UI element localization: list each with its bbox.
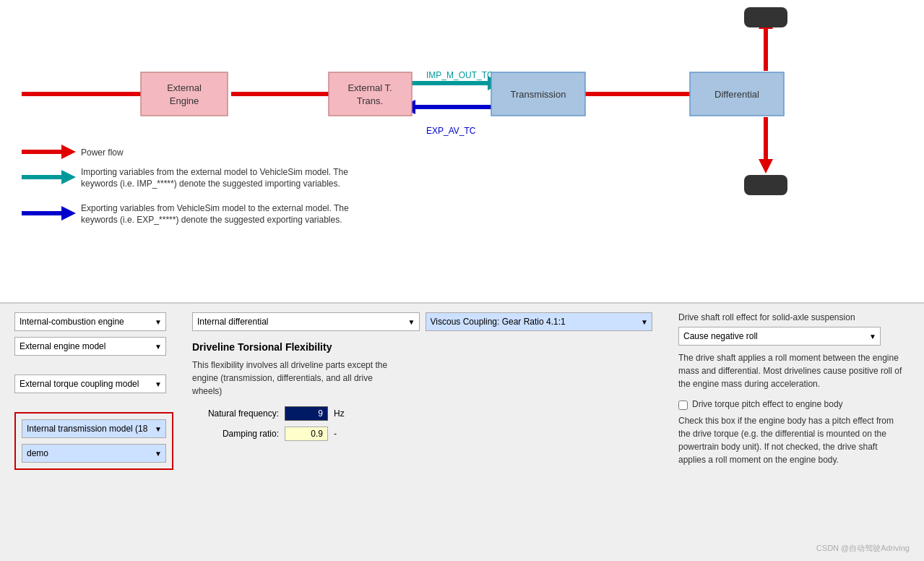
drive-shaft-desc: The drive shaft applies a roll moment be… bbox=[678, 351, 902, 390]
diagram-area: IMP_M_OUT_TC EXP_AV_TC External Engine E… bbox=[0, 0, 924, 304]
torque-coupling-wrapper[interactable]: External torque coupling model ▼ bbox=[14, 374, 166, 393]
damping-ratio-unit: - bbox=[334, 429, 337, 439]
natural-freq-unit: Hz bbox=[334, 408, 345, 419]
svg-text:Importing variables from the e: Importing variables from the external mo… bbox=[81, 167, 348, 177]
svg-text:External T.: External T. bbox=[347, 82, 392, 93]
svg-text:Exporting variables from Vehic: Exporting variables from VehicleSim mode… bbox=[81, 203, 349, 213]
left-panel: Internal-combustion engine ▼ External en… bbox=[14, 312, 173, 552]
pitch-checkbox[interactable] bbox=[678, 401, 688, 410]
svg-text:Engine: Engine bbox=[170, 95, 199, 106]
svg-text:Trans.: Trans. bbox=[357, 95, 383, 106]
damping-ratio-row: Damping ratio: - bbox=[192, 427, 652, 441]
svg-text:Differential: Differential bbox=[714, 89, 759, 100]
svg-text:IMP_M_OUT_TC: IMP_M_OUT_TC bbox=[426, 70, 493, 80]
svg-rect-17 bbox=[744, 175, 787, 195]
engine-model-wrapper[interactable]: External engine model ▼ bbox=[14, 337, 166, 356]
watermark: CSDN @自动驾驶Adriving bbox=[816, 543, 910, 554]
svg-text:Power flow: Power flow bbox=[81, 147, 124, 158]
torsional-title: Driveline Torsional Flexibility bbox=[192, 341, 652, 353]
transmission-model-wrapper[interactable]: Internal transmission model (18 gears) ▼ bbox=[22, 419, 166, 438]
torsional-desc: This flexibility involves all driveline … bbox=[192, 359, 652, 398]
svg-rect-21 bbox=[329, 72, 412, 116]
natural-freq-input[interactable] bbox=[285, 406, 328, 421]
middle-panel: Internal differential ▼ Viscous Coupling… bbox=[185, 312, 660, 552]
right-panel: Drive shaft roll effect for solid-axle s… bbox=[671, 312, 910, 552]
drive-shaft-dropdown-wrapper[interactable]: Cause negative roll ▼ bbox=[678, 327, 881, 346]
svg-text:EXP_AV_TC: EXP_AV_TC bbox=[426, 126, 476, 136]
drive-shaft-title: Drive shaft roll effect for solid-axle s… bbox=[678, 312, 902, 322]
torque-coupling-select[interactable]: External torque coupling model bbox=[14, 374, 166, 393]
differential-type-select[interactable]: Internal differential bbox=[192, 312, 420, 331]
svg-text:keywords (i.e. EXP_*****) deno: keywords (i.e. EXP_*****) denote the sug… bbox=[81, 215, 342, 225]
svg-marker-32 bbox=[61, 170, 76, 184]
viscous-coupling-select[interactable]: Viscous Coupling: Gear Ratio 4.1:1 bbox=[426, 312, 653, 331]
svg-rect-18 bbox=[141, 72, 228, 116]
transmission-demo-select[interactable]: demo bbox=[22, 444, 166, 463]
damping-ratio-input[interactable] bbox=[285, 427, 328, 441]
engine-type-wrapper[interactable]: Internal-combustion engine ▼ bbox=[14, 312, 166, 331]
svg-marker-13 bbox=[759, 159, 773, 174]
drive-shaft-select[interactable]: Cause negative roll bbox=[678, 327, 881, 346]
pitch-checkbox-row: Drive torque pitch effect to engine body bbox=[678, 399, 902, 410]
viscous-coupling-wrapper[interactable]: Viscous Coupling: Gear Ratio 4.1:1 ▼ bbox=[426, 312, 653, 331]
engine-type-select[interactable]: Internal-combustion engine bbox=[14, 312, 166, 331]
transmission-model-select[interactable]: Internal transmission model (18 gears) bbox=[22, 419, 166, 438]
damping-ratio-label: Damping ratio: bbox=[192, 429, 279, 439]
pitch-desc: Check this box if the engine body has a … bbox=[678, 414, 902, 466]
torsional-section: Driveline Torsional Flexibility This fle… bbox=[192, 341, 652, 441]
main-container: IMP_M_OUT_TC EXP_AV_TC External Engine E… bbox=[0, 0, 924, 561]
svg-marker-29 bbox=[61, 145, 76, 159]
transmission-box: Internal transmission model (18 gears) ▼… bbox=[14, 412, 173, 470]
diagram-svg: IMP_M_OUT_TC EXP_AV_TC External Engine E… bbox=[0, 0, 924, 304]
engine-model-select[interactable]: External engine model bbox=[14, 337, 166, 356]
svg-marker-36 bbox=[61, 206, 76, 220]
differential-row: Internal differential ▼ Viscous Coupling… bbox=[192, 312, 652, 331]
differential-type-wrapper[interactable]: Internal differential ▼ bbox=[192, 312, 420, 331]
natural-freq-row: Natural frequency: Hz bbox=[192, 406, 652, 421]
svg-text:keywords (i.e. IMP_*****) deno: keywords (i.e. IMP_*****) denote the sug… bbox=[81, 179, 340, 189]
svg-text:Transmission: Transmission bbox=[511, 89, 566, 100]
svg-rect-16 bbox=[744, 7, 787, 27]
control-area: Internal-combustion engine ▼ External en… bbox=[0, 304, 924, 561]
natural-freq-label: Natural frequency: bbox=[192, 408, 279, 419]
svg-text:External: External bbox=[167, 82, 202, 93]
pitch-checkbox-label: Drive torque pitch effect to engine body bbox=[692, 399, 843, 409]
transmission-demo-wrapper[interactable]: demo ▼ bbox=[22, 444, 166, 463]
